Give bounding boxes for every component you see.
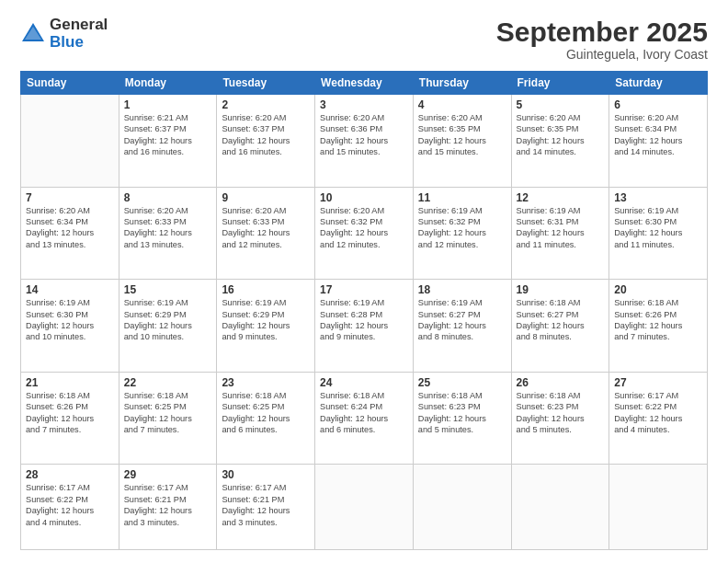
logo-text: General Blue (50, 17, 108, 51)
table-row: 13Sunrise: 6:19 AM Sunset: 6:30 PM Dayli… (609, 187, 708, 280)
table-row (413, 465, 511, 550)
day-info: Sunrise: 6:17 AM Sunset: 6:22 PM Dayligh… (26, 482, 114, 528)
table-row: 9Sunrise: 6:20 AM Sunset: 6:33 PM Daylig… (217, 187, 315, 280)
day-number: 6 (614, 98, 702, 111)
day-number: 24 (320, 376, 408, 389)
day-info: Sunrise: 6:19 AM Sunset: 6:29 PM Dayligh… (124, 297, 212, 343)
table-row: 14Sunrise: 6:19 AM Sunset: 6:30 PM Dayli… (21, 280, 119, 373)
day-info: Sunrise: 6:19 AM Sunset: 6:29 PM Dayligh… (222, 297, 310, 343)
table-row: 17Sunrise: 6:19 AM Sunset: 6:28 PM Dayli… (315, 280, 414, 373)
day-number: 1 (124, 98, 212, 111)
table-row: 16Sunrise: 6:19 AM Sunset: 6:29 PM Dayli… (217, 280, 315, 373)
table-row (21, 95, 119, 188)
day-number: 27 (614, 376, 702, 389)
col-monday: Monday (119, 72, 217, 95)
table-row (609, 465, 708, 550)
logo-general: General (50, 17, 108, 34)
day-number: 4 (418, 98, 506, 111)
day-info: Sunrise: 6:19 AM Sunset: 6:28 PM Dayligh… (320, 297, 408, 343)
day-info: Sunrise: 6:18 AM Sunset: 6:23 PM Dayligh… (418, 390, 506, 436)
col-tuesday: Tuesday (217, 72, 315, 95)
calendar-header-row: Sunday Monday Tuesday Wednesday Thursday… (21, 72, 708, 95)
day-number: 10 (320, 191, 408, 204)
day-number: 13 (614, 191, 702, 204)
day-info: Sunrise: 6:19 AM Sunset: 6:31 PM Dayligh… (517, 205, 605, 251)
table-row: 3Sunrise: 6:20 AM Sunset: 6:36 PM Daylig… (315, 95, 414, 188)
day-number: 17 (320, 283, 408, 296)
col-saturday: Saturday (609, 72, 708, 95)
logo-blue: Blue (50, 34, 108, 52)
subtitle: Guinteguela, Ivory Coast (496, 47, 708, 62)
day-number: 14 (26, 283, 114, 296)
calendar: Sunday Monday Tuesday Wednesday Thursday… (20, 71, 708, 550)
table-row: 6Sunrise: 6:20 AM Sunset: 6:34 PM Daylig… (609, 95, 708, 188)
table-row: 20Sunrise: 6:18 AM Sunset: 6:26 PM Dayli… (609, 280, 708, 373)
day-info: Sunrise: 6:20 AM Sunset: 6:34 PM Dayligh… (614, 112, 702, 158)
day-info: Sunrise: 6:20 AM Sunset: 6:36 PM Dayligh… (320, 112, 408, 158)
day-info: Sunrise: 6:18 AM Sunset: 6:25 PM Dayligh… (124, 390, 212, 436)
table-row: 2Sunrise: 6:20 AM Sunset: 6:37 PM Daylig… (217, 95, 315, 188)
day-number: 26 (517, 376, 605, 389)
table-row: 18Sunrise: 6:19 AM Sunset: 6:27 PM Dayli… (413, 280, 511, 373)
day-number: 19 (517, 283, 605, 296)
table-row: 30Sunrise: 6:17 AM Sunset: 6:21 PM Dayli… (217, 465, 315, 550)
day-number: 5 (517, 98, 605, 111)
logo-icon (20, 21, 46, 47)
table-row: 4Sunrise: 6:20 AM Sunset: 6:35 PM Daylig… (413, 95, 511, 188)
day-number: 15 (124, 283, 212, 296)
table-row: 19Sunrise: 6:18 AM Sunset: 6:27 PM Dayli… (511, 280, 609, 373)
header: General Blue September 2025 Guinteguela,… (20, 17, 708, 62)
table-row: 7Sunrise: 6:20 AM Sunset: 6:34 PM Daylig… (21, 187, 119, 280)
day-number: 18 (418, 283, 506, 296)
day-number: 2 (222, 98, 310, 111)
logo: General Blue (20, 17, 108, 51)
day-number: 30 (222, 468, 310, 481)
day-info: Sunrise: 6:20 AM Sunset: 6:33 PM Dayligh… (124, 205, 212, 251)
day-info: Sunrise: 6:20 AM Sunset: 6:32 PM Dayligh… (320, 205, 408, 251)
day-info: Sunrise: 6:19 AM Sunset: 6:30 PM Dayligh… (614, 205, 702, 251)
day-info: Sunrise: 6:20 AM Sunset: 6:37 PM Dayligh… (222, 112, 310, 158)
day-info: Sunrise: 6:19 AM Sunset: 6:27 PM Dayligh… (418, 297, 506, 343)
table-row: 23Sunrise: 6:18 AM Sunset: 6:25 PM Dayli… (217, 372, 315, 465)
col-friday: Friday (511, 72, 609, 95)
table-row: 21Sunrise: 6:18 AM Sunset: 6:26 PM Dayli… (21, 372, 119, 465)
day-number: 25 (418, 376, 506, 389)
day-info: Sunrise: 6:18 AM Sunset: 6:27 PM Dayligh… (517, 297, 605, 343)
table-row: 11Sunrise: 6:19 AM Sunset: 6:32 PM Dayli… (413, 187, 511, 280)
day-number: 21 (26, 376, 114, 389)
day-number: 12 (517, 191, 605, 204)
day-number: 20 (614, 283, 702, 296)
day-info: Sunrise: 6:19 AM Sunset: 6:30 PM Dayligh… (26, 297, 114, 343)
table-row: 1Sunrise: 6:21 AM Sunset: 6:37 PM Daylig… (119, 95, 217, 188)
day-info: Sunrise: 6:18 AM Sunset: 6:26 PM Dayligh… (26, 390, 114, 436)
table-row: 28Sunrise: 6:17 AM Sunset: 6:22 PM Dayli… (21, 465, 119, 550)
day-info: Sunrise: 6:20 AM Sunset: 6:35 PM Dayligh… (418, 112, 506, 158)
table-row: 5Sunrise: 6:20 AM Sunset: 6:35 PM Daylig… (511, 95, 609, 188)
day-info: Sunrise: 6:18 AM Sunset: 6:24 PM Dayligh… (320, 390, 408, 436)
day-number: 8 (124, 191, 212, 204)
day-info: Sunrise: 6:20 AM Sunset: 6:35 PM Dayligh… (517, 112, 605, 158)
table-row (511, 465, 609, 550)
day-number: 28 (26, 468, 114, 481)
day-number: 16 (222, 283, 310, 296)
day-number: 9 (222, 191, 310, 204)
table-row: 15Sunrise: 6:19 AM Sunset: 6:29 PM Dayli… (119, 280, 217, 373)
day-info: Sunrise: 6:18 AM Sunset: 6:26 PM Dayligh… (614, 297, 702, 343)
table-row: 10Sunrise: 6:20 AM Sunset: 6:32 PM Dayli… (315, 187, 414, 280)
table-row: 27Sunrise: 6:17 AM Sunset: 6:22 PM Dayli… (609, 372, 708, 465)
day-info: Sunrise: 6:19 AM Sunset: 6:32 PM Dayligh… (418, 205, 506, 251)
day-number: 7 (26, 191, 114, 204)
table-row: 24Sunrise: 6:18 AM Sunset: 6:24 PM Dayli… (315, 372, 414, 465)
table-row: 25Sunrise: 6:18 AM Sunset: 6:23 PM Dayli… (413, 372, 511, 465)
day-info: Sunrise: 6:17 AM Sunset: 6:22 PM Dayligh… (614, 390, 702, 436)
day-info: Sunrise: 6:20 AM Sunset: 6:33 PM Dayligh… (222, 205, 310, 251)
main-title: September 2025 (496, 17, 708, 47)
table-row: 12Sunrise: 6:19 AM Sunset: 6:31 PM Dayli… (511, 187, 609, 280)
table-row (315, 465, 414, 550)
col-wednesday: Wednesday (315, 72, 414, 95)
day-number: 3 (320, 98, 408, 111)
page: General Blue September 2025 Guinteguela,… (0, 0, 728, 563)
table-row: 26Sunrise: 6:18 AM Sunset: 6:23 PM Dayli… (511, 372, 609, 465)
col-sunday: Sunday (21, 72, 119, 95)
day-number: 11 (418, 191, 506, 204)
